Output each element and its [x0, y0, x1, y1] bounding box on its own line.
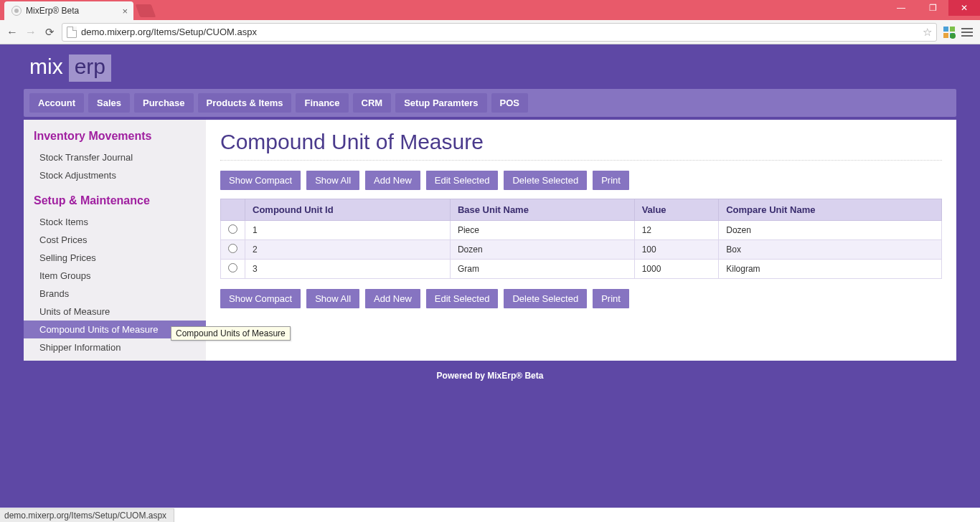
- topnav-item-pos[interactable]: POS: [491, 93, 528, 113]
- sidebar-item-item-groups[interactable]: Item Groups: [24, 267, 206, 285]
- window-close-button[interactable]: ✕: [948, 0, 980, 16]
- cell: 12: [634, 221, 719, 240]
- add-new-button[interactable]: Add New: [365, 171, 420, 190]
- action-buttons-bottom: Show CompactShow AllAdd NewEdit Selected…: [220, 289, 942, 308]
- new-tab-button[interactable]: [136, 4, 156, 17]
- col-select: [221, 199, 245, 221]
- col-header[interactable]: Compound Unit Id: [245, 199, 451, 221]
- footer-text: Powered by MixErp® Beta: [24, 371, 956, 381]
- window-controls: — ❐ ✕: [885, 0, 980, 16]
- status-text: demo.mixerp.org/Items/Setup/CUOM.aspx: [0, 508, 174, 522]
- cell: Box: [719, 240, 942, 260]
- sidebar-heading: Setup & Maintenance: [24, 184, 206, 213]
- show-all-button[interactable]: Show All: [306, 289, 359, 308]
- topnav-item-account[interactable]: Account: [29, 93, 84, 113]
- window-maximize-button[interactable]: ❐: [917, 0, 948, 16]
- print-button[interactable]: Print: [593, 289, 629, 308]
- table-row: 3Gram1000Kilogram: [221, 260, 942, 279]
- row-select-radio[interactable]: [228, 263, 237, 272]
- cell: 2: [245, 240, 451, 260]
- window-minimize-button[interactable]: —: [885, 0, 917, 16]
- col-header[interactable]: Value: [634, 199, 719, 221]
- action-buttons-top: Show CompactShow AllAdd NewEdit Selected…: [220, 171, 942, 190]
- reload-button[interactable]: ⟳: [43, 26, 56, 39]
- cell: 1000: [634, 260, 719, 279]
- cell: 3: [245, 260, 451, 279]
- show-compact-button[interactable]: Show Compact: [220, 289, 301, 308]
- browser-menu-button[interactable]: [961, 28, 974, 37]
- sidebar-item-brands[interactable]: Brands: [24, 285, 206, 303]
- delete-selected-button[interactable]: Delete Selected: [504, 289, 587, 308]
- page-icon: [67, 27, 77, 38]
- table-row: 1Piece12Dozen: [221, 221, 942, 240]
- svg-rect-2: [943, 33, 948, 38]
- row-select-cell: [221, 221, 245, 240]
- topnav-item-finance[interactable]: Finance: [296, 93, 348, 113]
- browser-toolbar: ← → ⟳ demo.mixerp.org/Items/Setup/CUOM.a…: [0, 20, 980, 44]
- cell: 100: [634, 240, 719, 260]
- sidebar-item-stock-items[interactable]: Stock Items: [24, 213, 206, 231]
- topnav-item-setup-paramters[interactable]: Setup Paramters: [395, 93, 486, 113]
- sidebar-item-stock-adjustments[interactable]: Stock Adjustments: [24, 166, 206, 184]
- app-logo[interactable]: mix erp: [24, 54, 111, 82]
- cell: Gram: [450, 260, 634, 279]
- cell: Piece: [450, 221, 634, 240]
- browser-statusbar: demo.mixerp.org/Items/Setup/CUOM.aspx: [0, 508, 980, 522]
- sidebar-item-stock-transfer-journal[interactable]: Stock Transfer Journal: [24, 148, 206, 166]
- show-all-button[interactable]: Show All: [306, 171, 359, 190]
- cell: Dozen: [719, 221, 942, 240]
- tab-favicon: [11, 6, 22, 16]
- svg-rect-0: [943, 27, 948, 32]
- row-select-radio[interactable]: [228, 244, 237, 253]
- svg-point-4: [950, 33, 956, 39]
- address-bar[interactable]: demo.mixerp.org/Items/Setup/CUOM.aspx ☆: [62, 23, 937, 42]
- sidebar-item-selling-prices[interactable]: Selling Prices: [24, 249, 206, 267]
- forward-button[interactable]: →: [24, 26, 37, 39]
- row-select-cell: [221, 240, 245, 260]
- col-header[interactable]: Base Unit Name: [450, 199, 634, 221]
- row-select-cell: [221, 260, 245, 279]
- row-select-radio[interactable]: [228, 224, 237, 234]
- browser-tab[interactable]: MixErp® Beta ×: [4, 1, 133, 20]
- extension-icon[interactable]: [943, 26, 956, 39]
- print-button[interactable]: Print: [593, 171, 629, 190]
- svg-rect-1: [950, 27, 955, 32]
- logo-part1: mix: [24, 54, 66, 82]
- topnav-item-crm[interactable]: CRM: [353, 93, 392, 113]
- top-nav: AccountSalesPurchaseProducts & ItemsFina…: [24, 89, 956, 117]
- edit-selected-button[interactable]: Edit Selected: [426, 171, 499, 190]
- sidebar: Inventory MovementsStock Transfer Journa…: [24, 120, 206, 361]
- add-new-button[interactable]: Add New: [365, 289, 420, 308]
- edit-selected-button[interactable]: Edit Selected: [426, 289, 499, 308]
- tab-title: MixErp® Beta: [26, 6, 79, 16]
- url-text: demo.mixerp.org/Items/Setup/CUOM.aspx: [81, 27, 257, 37]
- back-button[interactable]: ←: [6, 26, 19, 39]
- page-title: Compound Unit of Measure: [220, 130, 942, 161]
- show-compact-button[interactable]: Show Compact: [220, 171, 301, 190]
- cell: 1: [245, 221, 451, 240]
- logo-part2: erp: [69, 54, 111, 82]
- bookmark-star-icon[interactable]: ☆: [923, 26, 932, 39]
- table-row: 2Dozen100Box: [221, 240, 942, 260]
- browser-titlebar: MixErp® Beta × — ❐ ✕: [0, 0, 980, 20]
- hover-tooltip: Compound Units of Measure: [171, 326, 291, 341]
- topnav-item-sales[interactable]: Sales: [88, 93, 130, 113]
- col-header[interactable]: Compare Unit Name: [719, 199, 942, 221]
- topnav-item-purchase[interactable]: Purchase: [134, 93, 194, 113]
- sidebar-item-cost-prices[interactable]: Cost Prices: [24, 231, 206, 249]
- cell: Dozen: [450, 240, 634, 260]
- delete-selected-button[interactable]: Delete Selected: [504, 171, 587, 190]
- sidebar-item-units-of-measure[interactable]: Units of Measure: [24, 303, 206, 321]
- sidebar-item-shipper-information[interactable]: Shipper Information: [24, 338, 206, 356]
- main-content: Compound Unit of Measure Show CompactSho…: [206, 120, 956, 361]
- tab-close-icon[interactable]: ×: [122, 6, 128, 16]
- cell: Kilogram: [719, 260, 942, 279]
- data-table: Compound Unit IdBase Unit NameValueCompa…: [220, 199, 942, 279]
- sidebar-heading: Inventory Movements: [24, 120, 206, 148]
- app-viewport: mix erp AccountSalesPurchaseProducts & I…: [0, 44, 980, 508]
- topnav-item-products-items[interactable]: Products & Items: [198, 93, 292, 113]
